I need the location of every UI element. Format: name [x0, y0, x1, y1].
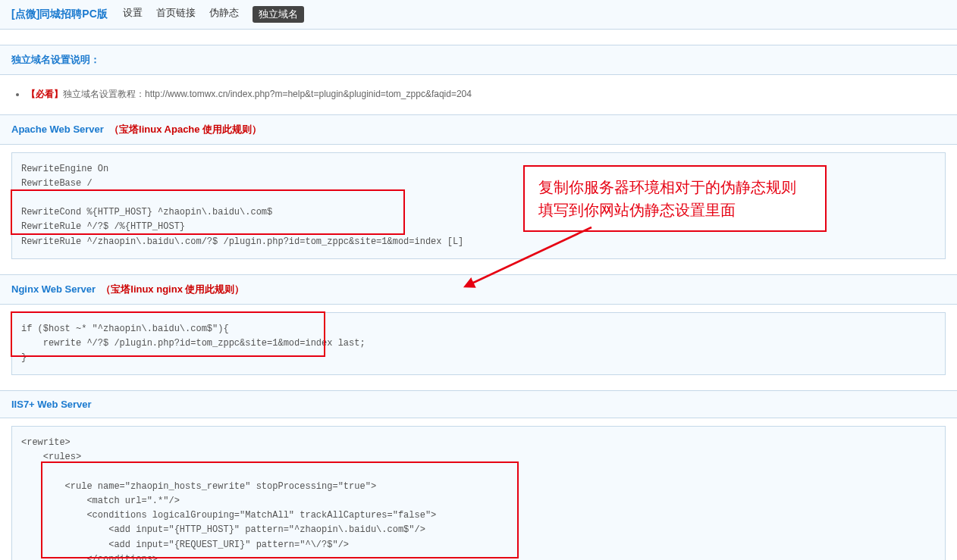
info-item: 【必看】独立域名设置教程：http://www.tomwx.cn/index.p… [27, 86, 946, 103]
info-label: 独立域名设置教程： [63, 89, 145, 99]
tab-independent-domain[interactable]: 独立域名 [253, 6, 304, 23]
nginx-title: Nginx Web Server [11, 283, 96, 295]
tutorial-url[interactable]: http://www.tomwx.cn/index.php?m=help&t=p… [145, 89, 472, 99]
iis-code-block[interactable]: <rewrite> <rules> <rule name="zhaopin_ho… [11, 426, 946, 560]
apache-highlight-box [11, 189, 405, 235]
nginx-section-title: Nginx Web Server （宝塔linux nginx 使用此规则） [0, 274, 957, 305]
nginx-note: （宝塔linux nginx 使用此规则） [101, 283, 244, 295]
required-tag: 【必看】 [27, 89, 63, 99]
info-list: 【必看】独立域名设置教程：http://www.tomwx.cn/index.p… [0, 75, 957, 114]
page-title: [点微]同城招聘PC版 [11, 8, 108, 21]
tab-settings[interactable]: 设置 [123, 6, 143, 23]
nginx-highlight-box [11, 311, 325, 357]
annotation-callout: 复制你服务器环境相对于的伪静态规则 填写到你网站伪静态设置里面 [523, 165, 827, 232]
iis-section-title: IIS7+ Web Server [0, 390, 957, 418]
nginx-code-block[interactable]: if ($host ~* "^zhaopin\.baidu\.com$"){ r… [11, 312, 946, 376]
tab-pseudo-static[interactable]: 伪静态 [209, 6, 239, 23]
annotation-line1: 复制你服务器环境相对于的伪静态规则 [538, 176, 811, 199]
apache-section-title: Apache Web Server （宝塔linux Apache 使用此规则） [0, 114, 957, 145]
tab-bar: 设置 首页链接 伪静态 独立域名 [123, 6, 304, 23]
annotation-line2: 填写到你网站伪静态设置里面 [538, 199, 811, 221]
iis-title: IIS7+ Web Server [11, 399, 92, 410]
info-section-title: 独立域名设置说明： [0, 45, 957, 75]
page-header: [点微]同城招聘PC版 设置 首页链接 伪静态 独立域名 [0, 0, 957, 30]
tab-homepage-link[interactable]: 首页链接 [156, 6, 196, 23]
iis-highlight-box [41, 461, 519, 558]
apache-title: Apache Web Server [11, 124, 104, 135]
apache-note: （宝塔linux Apache 使用此规则） [109, 124, 262, 135]
